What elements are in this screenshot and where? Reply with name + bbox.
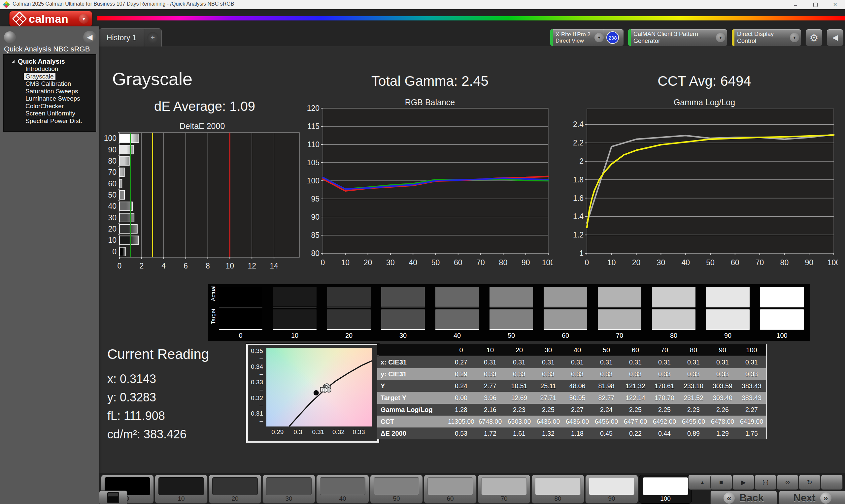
grayscale-swatch-panel: ActualTarget0102030405060708090100: [208, 284, 810, 341]
pattern-button-100[interactable]: 100: [639, 475, 692, 504]
swatch-target-0: [219, 309, 262, 330]
table-cell-6-0: 0.53: [446, 428, 476, 439]
svg-text:85: 85: [311, 231, 319, 239]
svg-text:40: 40: [108, 202, 117, 211]
table-cell-4-4: 2.27: [563, 404, 592, 416]
pattern-button-40[interactable]: 40: [316, 475, 369, 504]
meter-count-badge[interactable]: 238: [606, 31, 619, 44]
de-average-value: dE Average: 1.09: [109, 99, 300, 114]
svg-text:20: 20: [108, 224, 117, 233]
sidebar-collapse-button[interactable]: ◀: [83, 31, 96, 44]
svg-text:50: 50: [108, 191, 117, 199]
pattern-button-70[interactable]: 70: [478, 475, 530, 504]
table-cell-0-6: 0.31: [621, 356, 650, 368]
sidebar-item-saturation-sweeps[interactable]: Saturation Sweeps: [24, 88, 80, 95]
deltae-bar-chart: 024681012141009080706050403020100: [99, 129, 305, 275]
swatch-target-60: [544, 309, 587, 330]
table-row-label: ΔE 2000: [377, 428, 446, 439]
cct-average-value: CCT Avg: 6494: [571, 73, 838, 89]
calman-menu-button[interactable]: calman ▼: [9, 11, 92, 27]
tree-expand-icon[interactable]: [12, 60, 15, 63]
sidebar-item-cms-calibration[interactable]: CMS Calibration: [24, 80, 73, 88]
calman-menu-arrow-icon[interactable]: ▼: [79, 14, 89, 24]
swatch-target-20: [327, 309, 371, 330]
sidebar-item-colorchecker[interactable]: ColorChecker: [24, 103, 65, 110]
transport-continuous-button[interactable]: ∞: [777, 475, 798, 490]
pattern-button-30[interactable]: 30: [262, 475, 315, 504]
sidebar-sphere-button[interactable]: [4, 31, 16, 43]
display-control-dropdown[interactable]: Direct Display Control ▼: [732, 29, 802, 46]
cie-x-tick-0.32: 0.32: [329, 429, 348, 436]
minimize-button[interactable]: –: [786, 0, 805, 9]
pattern-button-80[interactable]: 80: [531, 475, 584, 504]
sidebar-item-introduction[interactable]: Introduction: [24, 65, 60, 73]
table-column-header-30: 30: [534, 344, 563, 356]
svg-text:14: 14: [270, 262, 278, 270]
swatch-actual-90: [706, 287, 750, 307]
svg-text:100: 100: [307, 177, 319, 185]
pattern-generator-dropdown[interactable]: CalMAN Client 3 Pattern Generator ▼: [628, 29, 727, 46]
pattern-button-50[interactable]: 50: [370, 475, 423, 504]
workflow-tree: Quick Analysis IntroductionGrayscaleCMS …: [3, 54, 96, 132]
swatch-actual-10: [273, 287, 317, 307]
tree-root-quick-analysis[interactable]: Quick Analysis: [4, 57, 96, 65]
table-cell-0-4: 0.31: [563, 356, 592, 368]
table-cell-6-7: 0.44: [650, 428, 679, 439]
swatch-row-label-actual: Actual: [210, 291, 217, 301]
tab-history-1[interactable]: History 1: [99, 29, 144, 47]
transport-play-button[interactable]: ▶: [733, 475, 754, 490]
sidebar-item-luminance-sweeps[interactable]: Luminance Sweeps: [24, 95, 82, 103]
add-tab-button[interactable]: +: [144, 29, 162, 47]
table-cell-0-5: 0.31: [592, 356, 621, 368]
pattern-button-10[interactable]: 10: [155, 475, 208, 504]
close-button[interactable]: ✕: [825, 0, 845, 9]
pattern-swatch-20: [212, 477, 258, 495]
settings-button[interactable]: ⚙: [805, 29, 823, 46]
gamma-line-chart: 11.21.41.61.822.22.401020304050607080901…: [571, 99, 838, 270]
table-cell-5-7: 6492.00: [650, 416, 679, 428]
current-reading-cdm2: cd/m²: 383.426: [107, 428, 187, 441]
sidebar-item-spectral-power-dist-[interactable]: Spectral Power Dist.: [24, 118, 84, 125]
maximize-icon: [813, 3, 817, 7]
svg-text:20: 20: [364, 258, 372, 267]
table-cell-6-8: 0.89: [679, 428, 708, 439]
maximize-button[interactable]: [805, 0, 825, 9]
svg-text:100: 100: [828, 258, 838, 267]
transport-extra-button[interactable]: [821, 475, 843, 490]
pattern-button-90[interactable]: 90: [585, 475, 638, 504]
sidebar-item-grayscale[interactable]: Grayscale: [24, 73, 55, 80]
next-button[interactable]: Next »: [779, 490, 845, 504]
sidebar-item-screen-uniformity[interactable]: Screen Uniformity: [24, 110, 77, 118]
swatch-target-30: [381, 309, 425, 330]
titlebar: Calman 2025 Calman Ultimate for Business…: [0, 0, 845, 9]
transport-pattern-series-button[interactable]: [··]: [755, 475, 776, 490]
swatch-target-80: [652, 309, 696, 330]
pattern-swatch-90: [589, 477, 634, 495]
table-corner-cell: [377, 344, 446, 356]
table-cell-0-9: 0.31: [708, 356, 737, 368]
swatch-level-label-80: 80: [652, 332, 696, 339]
tree-root-label: Quick Analysis: [18, 58, 65, 65]
svg-text:2.4: 2.4: [573, 120, 584, 129]
meter-dropdown[interactable]: X-Rite i1Pro 2Direct View ▼ 238: [550, 29, 624, 46]
pattern-button-20[interactable]: 20: [209, 475, 261, 504]
pattern-swatch-100: [642, 477, 688, 495]
table-cell-3-6: 122.14: [621, 392, 650, 404]
table-column-header-40: 40: [563, 344, 592, 356]
svg-text:80: 80: [108, 157, 117, 165]
swatch-actual-50: [490, 287, 533, 307]
table-cell-1-10: 0.33: [737, 368, 766, 380]
play-icon: ▶: [738, 477, 749, 487]
table-cell-1-8: 0.33: [679, 368, 708, 380]
transport-refresh-button[interactable]: ↻: [799, 475, 821, 490]
pattern-window-button[interactable]: [99, 490, 127, 504]
chevron-down-icon: ▼: [716, 33, 725, 42]
table-column-header-20: 20: [505, 344, 534, 356]
transport-stop-button[interactable]: ■: [710, 475, 732, 490]
back-button[interactable]: « Back: [710, 490, 777, 504]
pattern-button-60[interactable]: 60: [424, 475, 477, 504]
chevron-left-icon: ◀: [832, 33, 838, 42]
svg-text:90: 90: [522, 258, 530, 267]
next-arrow-icon: »: [820, 492, 831, 504]
collapse-panel-button[interactable]: ◀: [827, 29, 844, 46]
